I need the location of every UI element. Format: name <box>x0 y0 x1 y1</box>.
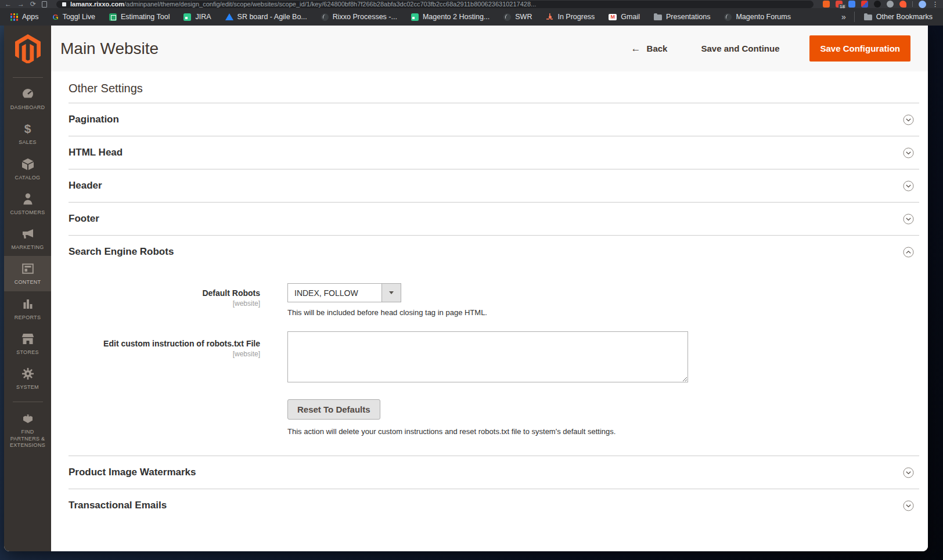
chevron-down-icon[interactable] <box>903 467 914 478</box>
bookmark-swr[interactable]: SWR <box>500 13 535 21</box>
bookmarks-overflow-icon[interactable]: » <box>839 12 848 21</box>
bookmark-apps[interactable]: Apps <box>7 13 42 21</box>
robots-txt-textarea[interactable] <box>287 331 688 382</box>
extension-icon-red-blue[interactable] <box>861 1 868 8</box>
bookmark-label: SWR <box>515 13 532 21</box>
extension-icon-red[interactable]: 18 <box>836 1 843 8</box>
chevron-down-icon[interactable] <box>903 214 914 225</box>
customers-icon <box>21 192 35 206</box>
bookmark-magento-hosting[interactable]: Magento 2 Hosting... <box>408 13 493 21</box>
sales-icon: $ <box>21 122 35 136</box>
extension-icon-orange[interactable] <box>899 1 906 8</box>
magento-logo[interactable] <box>15 34 41 66</box>
bookmark-label: Presentations <box>666 13 710 21</box>
content-icon <box>21 262 35 276</box>
select-value: INDEX, FOLLOW <box>288 284 381 302</box>
site-info-icon[interactable] <box>62 2 66 6</box>
sidebar-item-stores[interactable]: STORES <box>4 326 51 361</box>
dark-globe-icon <box>724 13 732 21</box>
section-title: HTML Head <box>69 147 123 158</box>
browser-menu-icon[interactable]: ⋮ <box>932 1 938 8</box>
select-dropdown-button[interactable] <box>381 284 401 302</box>
address-bar[interactable]: lamanx.rixxo.com/adminpanel/theme/design… <box>56 1 814 8</box>
bookmark-in-progress[interactable]: In Progress <box>542 13 598 21</box>
caret-down-icon <box>389 291 394 294</box>
sidebar-item-dashboard[interactable]: DASHBOARD <box>4 81 51 116</box>
back-icon[interactable]: ← <box>5 1 12 8</box>
back-button[interactable]: ← Back <box>628 43 671 54</box>
admin-main: Main Website ← Back Save and Continue Sa… <box>51 26 928 551</box>
chevron-down-icon[interactable] <box>903 147 914 158</box>
bookmark-estimating-tool[interactable]: Estimating Tool <box>106 13 174 21</box>
sidebar-item-label: DASHBOARD <box>10 104 45 111</box>
browser-chrome: ← → ⟳ lamanx.rixxo.com/adminpanel/theme/… <box>0 0 943 26</box>
bookmark-gmail[interactable]: Gmail <box>605 13 643 21</box>
chevron-down-icon[interactable] <box>903 500 914 511</box>
bookmark-label: Magento Forums <box>736 13 790 21</box>
chevron-down-icon[interactable] <box>903 180 914 192</box>
magento-extension-icon[interactable] <box>823 1 830 8</box>
other-bookmarks[interactable]: Other Bookmarks <box>861 13 936 21</box>
gmail-icon <box>609 14 617 20</box>
chevron-up-icon[interactable] <box>903 247 914 258</box>
bookmark-label: In Progress <box>557 13 595 21</box>
bookmark-label: Apps <box>22 13 39 21</box>
sidebar-item-customers[interactable]: CUSTOMERS <box>4 186 51 221</box>
download-page-icon[interactable] <box>42 1 47 8</box>
sidebar-item-content[interactable]: CONTENT <box>4 256 51 291</box>
section-title: Transactional Emails <box>69 500 167 511</box>
google-g-icon: G <box>53 13 59 21</box>
dark-globe-icon <box>503 13 511 21</box>
sidebar-item-label: STORES <box>16 349 39 356</box>
section-pagination[interactable]: Pagination <box>69 103 919 136</box>
reset-to-defaults-button[interactable]: Reset To Defaults <box>287 399 380 420</box>
section-product-image-watermarks[interactable]: Product Image Watermarks <box>69 456 919 489</box>
extension-icon-blue[interactable] <box>848 1 855 8</box>
save-and-continue-button[interactable]: Save and Continue <box>697 43 783 54</box>
bookmark-label: SR board - Agile Bo... <box>237 13 307 21</box>
sidebar-item-catalog[interactable]: CATALOG <box>4 151 51 186</box>
extension-icon-gray[interactable] <box>887 1 894 8</box>
section-header[interactable]: Header <box>69 169 919 202</box>
sidebar-item-label: MARKETING <box>11 244 44 251</box>
default-robots-select[interactable]: INDEX, FOLLOW <box>287 283 401 302</box>
page-header: Main Website ← Back Save and Continue Sa… <box>51 26 928 71</box>
section-search-engine-robots[interactable]: Search Engine Robots <box>69 235 919 268</box>
sidebar-item-find-partners[interactable]: FIND PARTNERS & EXTENSIONS <box>4 406 51 454</box>
forward-icon[interactable]: → <box>17 1 24 8</box>
page-title: Main Website <box>60 39 159 58</box>
save-configuration-button[interactable]: Save Configuration <box>809 35 910 62</box>
bookmark-presentations[interactable]: Presentations <box>650 13 714 21</box>
bookmark-jira[interactable]: JIRA <box>180 13 214 21</box>
bookmarks-bar: Apps G Toggl Live Estimating Tool JIRA S… <box>0 8 943 26</box>
sidebar-item-sales[interactable]: $ SALES <box>4 116 51 151</box>
search-engine-robots-panel: Default Robots [website] INDEX, FOLLOW T… <box>69 268 919 456</box>
bookmark-label: Magento 2 Hosting... <box>423 13 490 21</box>
robots-txt-label: Edit custom instruction of robots.txt Fi… <box>103 339 260 348</box>
extension-icon-black[interactable] <box>874 1 881 8</box>
section-title: Pagination <box>69 114 119 125</box>
bookmark-sr-board[interactable]: SR board - Agile Bo... <box>222 13 311 21</box>
bookmark-rixxo-processes[interactable]: Rixxo Processes -... <box>318 13 401 21</box>
chevron-down-icon[interactable] <box>903 114 914 125</box>
profile-avatar[interactable] <box>919 1 926 8</box>
section-html-head[interactable]: HTML Head <box>69 136 919 169</box>
sidebar-divider <box>13 402 43 402</box>
section-transactional-emails[interactable]: Transactional Emails <box>69 489 919 522</box>
robots-txt-field: Edit custom instruction of robots.txt Fi… <box>69 331 919 385</box>
system-icon <box>21 367 35 381</box>
section-footer[interactable]: Footer <box>69 202 919 235</box>
bookmark-magento-forums[interactable]: Magento Forums <box>721 13 794 21</box>
bookmark-label: JIRA <box>195 13 211 21</box>
sidebar-item-marketing[interactable]: MARKETING <box>4 221 51 256</box>
marketing-icon <box>21 227 35 241</box>
bookmark-toggl-live[interactable]: G Toggl Live <box>49 13 99 21</box>
sheets-icon <box>109 13 117 21</box>
sidebar-item-reports[interactable]: REPORTS <box>4 291 51 326</box>
sidebar-item-system[interactable]: SYSTEM <box>4 361 51 396</box>
reload-icon[interactable]: ⟳ <box>30 1 36 8</box>
folder-icon <box>654 15 662 20</box>
stores-icon <box>21 332 35 346</box>
admin-sidebar: DASHBOARD $ SALES CATALOG CUSTOMERS MARK… <box>4 26 51 551</box>
default-robots-label: Default Robots <box>202 288 260 298</box>
